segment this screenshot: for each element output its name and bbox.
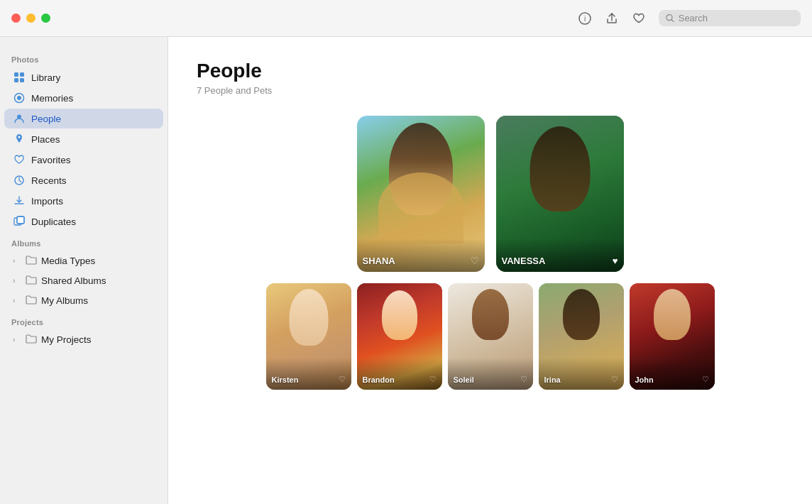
sidebar-item-media-types[interactable]: › Media Types [4, 251, 163, 270]
sidebar-item-my-projects[interactable]: › My Projects [4, 330, 163, 349]
person-name-kirsten: Kirsten [272, 376, 299, 384]
sidebar-item-shared-albums[interactable]: › Shared Albums [4, 271, 163, 290]
favorites-label: Favorites [31, 155, 155, 165]
svg-text:i: i [584, 15, 586, 23]
sidebar-item-my-albums[interactable]: › My Albums [4, 291, 163, 310]
sidebar-item-duplicates[interactable]: Duplicates [4, 212, 163, 231]
folder-icon [26, 275, 37, 287]
person-card-kirsten[interactable]: Kirsten ♡ [266, 283, 351, 390]
svg-point-9 [17, 96, 21, 100]
heart-icon-vanessa[interactable]: ♥ [613, 256, 618, 266]
chevron-icon: › [13, 277, 21, 285]
person-name-bar-vanessa: VANESSA ♥ [496, 239, 624, 272]
person-name-soleil: Soleil [454, 376, 474, 384]
person-name-bar-soleil: Soleil ♡ [448, 358, 533, 390]
maximize-button[interactable] [41, 13, 50, 23]
folder-icon [26, 295, 37, 307]
sidebar-item-recents[interactable]: Recents [4, 170, 163, 190]
shared-albums-label: Shared Albums [41, 275, 106, 286]
svg-rect-5 [20, 72, 24, 77]
svg-rect-7 [20, 78, 24, 82]
duplicates-label: Duplicates [31, 217, 155, 227]
people-grid-top: SHANA ♡ VANESSA ♥ [197, 116, 784, 272]
heart-icon-brandon[interactable]: ♡ [429, 375, 437, 384]
search-input[interactable] [679, 13, 794, 23]
person-name-bar-kirsten: Kirsten ♡ [266, 358, 351, 390]
person-name-bar-shana: SHANA ♡ [357, 239, 485, 272]
heart-icon-john[interactable]: ♡ [702, 375, 709, 384]
titlebar: i [0, 0, 812, 37]
sidebar-item-imports[interactable]: Imports [4, 191, 163, 211]
person-name-bar-brandon: Brandon ♡ [357, 358, 442, 390]
person-card-vanessa[interactable]: VANESSA ♥ [496, 116, 624, 272]
folder-icon [26, 255, 37, 267]
chevron-icon: › [13, 336, 21, 344]
people-icon [13, 112, 26, 125]
svg-rect-6 [14, 78, 18, 82]
sidebar-item-favorites[interactable]: Favorites [4, 150, 163, 170]
person-name-bar-john: John ♡ [630, 358, 715, 390]
recents-icon [13, 174, 26, 187]
chevron-icon: › [13, 297, 21, 305]
memories-icon [13, 92, 26, 104]
sidebar-item-memories[interactable]: Memories [4, 88, 163, 108]
sidebar-section-albums: Albums [0, 232, 168, 251]
window-controls [11, 13, 50, 23]
share-button[interactable] [605, 11, 619, 26]
my-albums-label: My Albums [41, 295, 88, 306]
heart-icon-soleil[interactable]: ♡ [520, 375, 527, 384]
library-label: Library [31, 72, 155, 83]
titlebar-actions: i [578, 10, 801, 26]
media-types-label: Media Types [41, 256, 95, 266]
app-body: Photos Library Memories People Places [0, 37, 812, 504]
people-grid-bottom: Kirsten ♡ Brandon ♡ So [197, 283, 784, 390]
heart-icon-kirsten[interactable]: ♡ [339, 375, 346, 384]
search-icon [666, 13, 674, 23]
sidebar-section-photos: Photos [0, 48, 168, 67]
person-card-soleil[interactable]: Soleil ♡ [448, 283, 533, 390]
svg-rect-4 [14, 72, 18, 77]
sidebar: Photos Library Memories People Places [0, 37, 168, 504]
content-area: People 7 People and Pets SHANA ♡ [168, 37, 812, 504]
person-card-irina[interactable]: Irina ♡ [539, 283, 624, 390]
person-name-brandon: Brandon [363, 376, 395, 384]
sidebar-item-people[interactable]: People [4, 109, 163, 128]
sidebar-section-projects: Projects [0, 311, 168, 329]
chevron-icon: › [13, 257, 21, 265]
places-label: Places [31, 134, 155, 145]
favorites-button[interactable] [632, 11, 646, 26]
favorites-icon [13, 153, 26, 166]
imports-label: Imports [31, 196, 155, 207]
person-name-shana: SHANA [363, 256, 395, 266]
minimize-button[interactable] [26, 13, 35, 23]
person-card-shana[interactable]: SHANA ♡ [357, 116, 485, 272]
sidebar-item-library[interactable]: Library [4, 67, 163, 87]
person-name-vanessa: VANESSA [502, 256, 546, 266]
heart-icon-shana[interactable]: ♡ [471, 256, 479, 266]
svg-line-3 [671, 20, 674, 22]
person-card-brandon[interactable]: Brandon ♡ [357, 283, 442, 390]
person-card-john[interactable]: John ♡ [630, 283, 715, 390]
page-title: People [197, 60, 784, 82]
my-projects-label: My Projects [41, 334, 92, 345]
info-button[interactable]: i [578, 11, 592, 26]
imports-icon [13, 195, 26, 207]
person-name-irina: Irina [544, 376, 561, 384]
person-name-bar-irina: Irina ♡ [539, 358, 624, 390]
page-subtitle: 7 People and Pets [197, 85, 784, 96]
folder-icon [26, 334, 37, 346]
person-name-john: John [635, 376, 654, 384]
search-bar[interactable] [659, 10, 801, 26]
svg-rect-14 [17, 217, 24, 224]
duplicates-icon [13, 215, 26, 228]
memories-label: Memories [31, 93, 155, 104]
library-icon [13, 71, 26, 84]
people-label: People [31, 114, 155, 124]
close-button[interactable] [11, 13, 21, 23]
heart-icon-irina[interactable]: ♡ [611, 375, 618, 384]
places-icon [13, 133, 26, 146]
svg-point-11 [18, 136, 21, 138]
sidebar-item-places[interactable]: Places [4, 129, 163, 149]
recents-label: Recents [31, 175, 155, 186]
